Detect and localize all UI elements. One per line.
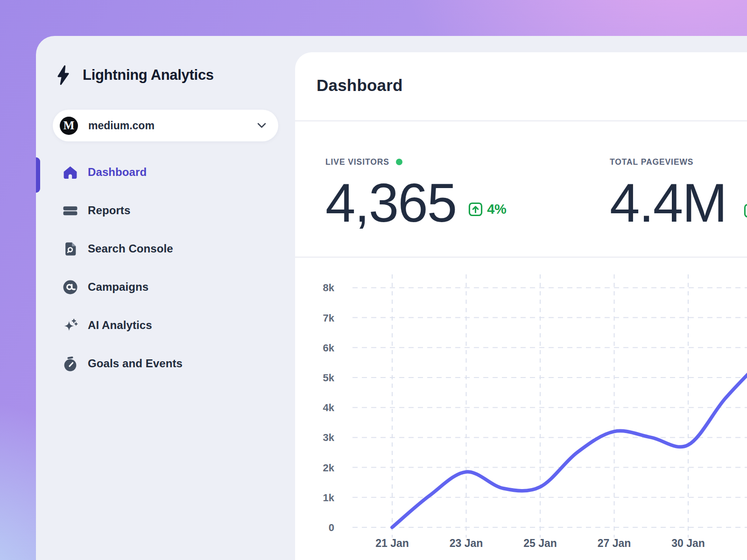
medium-logo: M [60, 117, 78, 135]
sidebar-item-ai-analytics[interactable]: AI Analytics [63, 306, 278, 344]
chevron-down-icon [257, 123, 266, 128]
stat-label: LIVE VISITORS [325, 157, 389, 167]
ai-sparkles-icon [63, 318, 78, 333]
y-axis-tick-label: 7k [323, 312, 335, 324]
stopwatch-icon [63, 356, 78, 371]
sidebar-item-label: Dashboard [88, 166, 147, 179]
line-chart: 01k2k3k4k5k6k7k8k21 Jan23 Jan25 Jan27 Ja… [295, 258, 747, 560]
search-console-icon [63, 241, 78, 257]
sidebar-item-label: Search Console [88, 242, 173, 255]
lightning-bolt-icon [56, 65, 70, 85]
stat-value: 4,365 [325, 176, 456, 230]
stats-row: LIVE VISITORS 4,365 4% [295, 121, 747, 258]
arrow-up-square-icon [744, 203, 747, 218]
page-header: Dashboard [295, 52, 747, 121]
change-badge: 4% [468, 202, 506, 217]
x-axis-tick-label: 23 Jan [450, 537, 483, 549]
visitors-line-series [392, 360, 747, 528]
x-axis-tick-label: 21 Jan [375, 537, 409, 549]
stat-label: TOTAL PAGEVIEWS [610, 157, 693, 167]
x-axis-tick-label: 25 Jan [523, 537, 557, 549]
change-badge-cut-off [744, 203, 747, 220]
y-axis-tick-label: 0 [329, 522, 334, 533]
home-icon [63, 165, 78, 180]
sidebar-item-label: AI Analytics [88, 319, 152, 332]
x-axis-tick-label: 27 Jan [598, 537, 631, 549]
stat-value: 4.4M [610, 176, 726, 230]
y-axis-tick-label: 4k [323, 402, 335, 413]
sidebar-item-search-console[interactable]: Search Console [63, 230, 278, 268]
campaigns-icon [63, 280, 78, 295]
y-axis-tick-label: 1k [323, 492, 335, 504]
live-status-dot [396, 159, 402, 165]
app-logo: Lightning Analytics [53, 64, 278, 86]
sidebar: Lightning Analytics M medium.com Dashboa… [36, 36, 295, 560]
stat-total-pageviews: TOTAL PAGEVIEWS 4.4M [610, 121, 726, 230]
sidebar-item-label: Campaigns [88, 280, 148, 294]
sidebar-item-label: Goals and Events [88, 357, 183, 370]
y-axis-tick-label: 8k [323, 282, 335, 294]
x-axis-tick-label: 30 Jan [671, 537, 705, 549]
sidebar-item-reports[interactable]: Reports [63, 191, 278, 230]
desktop-background: Lightning Analytics M medium.com Dashboa… [0, 0, 747, 560]
sidebar-item-campaigns[interactable]: Campaigns [63, 268, 278, 306]
sidebar-item-dashboard[interactable]: Dashboard [63, 153, 278, 191]
sidebar-nav: Dashboard Reports Search Console Campaig… [53, 153, 278, 383]
y-axis-tick-label: 2k [323, 462, 335, 474]
y-axis-tick-label: 6k [323, 342, 335, 354]
y-axis-tick-label: 3k [323, 432, 335, 443]
reports-icon [63, 203, 78, 218]
sidebar-item-label: Reports [88, 204, 130, 217]
y-axis-tick-label: 5k [323, 372, 335, 384]
visitors-chart: 01k2k3k4k5k6k7k8k21 Jan23 Jan25 Jan27 Ja… [295, 258, 747, 560]
active-nav-indicator [36, 157, 40, 193]
page-title: Dashboard [295, 52, 747, 95]
sidebar-item-goals-and-events[interactable]: Goals and Events [63, 344, 278, 383]
app-title: Lightning Analytics [83, 67, 214, 84]
arrow-up-square-icon [468, 202, 483, 217]
site-name: medium.com [88, 119, 257, 132]
stat-live-visitors: LIVE VISITORS 4,365 4% [295, 121, 506, 257]
main-content-card: Dashboard LIVE VISITORS 4,365 [295, 52, 747, 560]
app-window: Lightning Analytics M medium.com Dashboa… [36, 36, 747, 560]
site-selector[interactable]: M medium.com [53, 110, 278, 141]
change-value: 4% [487, 202, 506, 217]
